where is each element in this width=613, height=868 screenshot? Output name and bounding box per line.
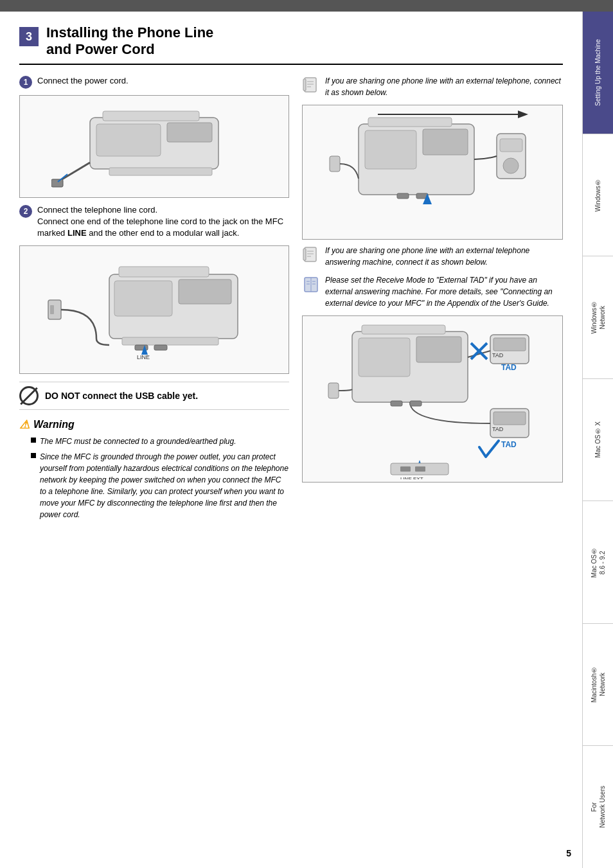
note-text-1: If you are sharing one phone line with a… xyxy=(325,75,563,98)
sidebar-label-macosx: Mac OS® X xyxy=(594,421,602,458)
right-sidebar: Setting Up the Machine Windows® Windows®… xyxy=(582,12,613,868)
tad-svg: TAD TAD TAD TAD xyxy=(326,319,538,479)
svg-rect-10 xyxy=(114,281,172,316)
substep-1-text: Connect the power cord. xyxy=(37,75,129,87)
svg-rect-26 xyxy=(423,129,468,155)
warning-bullet-2: Since the MFC is grounded through the po… xyxy=(31,451,289,520)
top-bar xyxy=(0,0,613,12)
sidebar-section-windows[interactable]: Windows® xyxy=(583,134,613,257)
no-connect-text: DO NOT connect the USB cable yet. xyxy=(45,391,198,401)
svg-rect-48 xyxy=(416,337,461,362)
svg-text:TAD: TAD xyxy=(501,363,517,372)
note-text-2: If you are sharing one phone line with a… xyxy=(325,245,563,268)
svg-rect-1 xyxy=(96,124,161,156)
bullet-icon-1 xyxy=(31,438,36,443)
step-number: 3 xyxy=(19,27,39,46)
warning-icon: ⚠ xyxy=(19,418,30,432)
svg-point-30 xyxy=(503,158,519,173)
note-item-1: If you are sharing one phone line with a… xyxy=(302,75,563,98)
svg-rect-29 xyxy=(500,139,522,152)
svg-text:TAD: TAD xyxy=(492,352,504,359)
svg-rect-18 xyxy=(305,78,316,92)
svg-rect-11 xyxy=(179,279,231,304)
svg-rect-4 xyxy=(109,168,212,175)
left-column: 1 Connect the power cord. xyxy=(19,75,289,525)
warning-text: The MFC must be connected to a grounded/… xyxy=(31,436,289,520)
svg-text:TAD: TAD xyxy=(492,426,504,432)
phone-line-diagram: LINE xyxy=(19,245,289,374)
sidebar-label-macos92: Mac OS®8.6 - 9.2 xyxy=(590,547,607,578)
svg-rect-3 xyxy=(103,111,199,121)
svg-rect-51 xyxy=(493,338,526,351)
svg-text:LINE: LINE xyxy=(137,354,150,360)
sidebar-label-windows-network: Windows®Network xyxy=(590,301,607,334)
svg-text:LINE  EXT: LINE EXT xyxy=(400,476,423,479)
note-text-3: Please set the Receive Mode to "External… xyxy=(325,274,563,309)
bullet-icon-2 xyxy=(31,453,36,458)
substep-1-circle: 1 xyxy=(19,76,32,89)
note-icon-1 xyxy=(302,76,320,94)
svg-rect-67 xyxy=(415,466,425,472)
sidebar-section-macos92[interactable]: Mac OS®8.6 - 9.2 xyxy=(583,501,613,624)
svg-rect-13 xyxy=(122,337,218,345)
warning-bullet-2-text: Since the MFC is grounded through the po… xyxy=(40,451,289,520)
tad-diagram: TAD TAD TAD TAD xyxy=(302,315,563,483)
svg-rect-58 xyxy=(493,412,526,425)
two-col-layout: 1 Connect the power cord. xyxy=(19,75,563,525)
svg-rect-25 xyxy=(365,130,416,169)
svg-rect-27 xyxy=(368,118,452,127)
sidebar-label-setup: Setting Up the Machine xyxy=(594,39,602,106)
sidebar-label-windows: Windows® xyxy=(594,179,602,212)
warning-bullet-1-text: The MFC must be connected to a grounded/… xyxy=(40,436,236,447)
no-symbol-icon xyxy=(19,386,39,405)
sidebar-section-setup[interactable]: Setting Up the Machine xyxy=(583,12,613,134)
main-content: 3 Installing the Phone Lineand Power Cor… xyxy=(0,12,582,868)
svg-rect-47 xyxy=(359,338,410,376)
svg-rect-39 xyxy=(303,249,306,260)
substep-2-circle: 2 xyxy=(19,205,32,218)
svg-rect-62 xyxy=(391,401,402,406)
step-header: 3 Installing the Phone Lineand Power Cor… xyxy=(19,24,563,65)
external-phone-svg xyxy=(326,108,538,236)
warning-bullet-1: The MFC must be connected to a grounded/… xyxy=(31,436,289,447)
svg-line-5 xyxy=(58,163,90,182)
warning-title: ⚠ Warning xyxy=(19,418,289,432)
phone-line-svg: LINE xyxy=(45,249,263,371)
svg-rect-61 xyxy=(328,383,339,398)
sidebar-section-network-users[interactable]: ForNetwork Users xyxy=(583,746,613,868)
book-icon xyxy=(302,276,320,294)
page-number: 5 xyxy=(566,848,571,858)
sidebar-label-macintosh-network: Macintosh®Network xyxy=(590,666,607,703)
sidebar-label-network-users: ForNetwork Users xyxy=(590,786,607,828)
substep-2: 2 Connect the telephone line cord.Connec… xyxy=(19,204,289,240)
svg-rect-8 xyxy=(50,305,54,314)
warning-box: ⚠ Warning The MFC must be connected to a… xyxy=(19,418,289,520)
svg-rect-35 xyxy=(305,247,316,261)
power-cord-diagram xyxy=(19,95,289,198)
note-icon-2 xyxy=(302,246,320,264)
svg-text:TAD: TAD xyxy=(501,440,517,449)
substep-1: 1 Connect the power cord. xyxy=(19,75,289,89)
svg-rect-63 xyxy=(410,401,422,406)
svg-rect-49 xyxy=(362,325,445,334)
svg-rect-12 xyxy=(119,267,209,277)
substep-2-text: Connect the telephone line cord.Connect … xyxy=(37,204,289,240)
power-cord-svg xyxy=(51,98,257,195)
note-item-3: Please set the Receive Mode to "External… xyxy=(302,274,563,309)
svg-rect-2 xyxy=(167,123,212,142)
right-column: If you are sharing one phone line with a… xyxy=(302,75,563,525)
svg-rect-34 xyxy=(330,156,340,172)
svg-rect-66 xyxy=(400,466,411,472)
step-title: Installing the Phone Lineand Power Cord xyxy=(46,24,213,58)
sidebar-section-windows-network[interactable]: Windows®Network xyxy=(583,256,613,379)
no-connect-notice: DO NOT connect the USB cable yet. xyxy=(19,382,289,410)
sidebar-section-macintosh-network[interactable]: Macintosh®Network xyxy=(583,624,613,747)
svg-rect-31 xyxy=(397,193,409,199)
svg-rect-22 xyxy=(303,79,306,91)
sidebar-section-macosx[interactable]: Mac OS® X xyxy=(583,379,613,502)
external-phone-diagram xyxy=(302,105,563,240)
svg-rect-6 xyxy=(51,179,63,187)
note-item-2: If you are sharing one phone line with a… xyxy=(302,245,563,268)
svg-rect-15 xyxy=(154,345,167,350)
